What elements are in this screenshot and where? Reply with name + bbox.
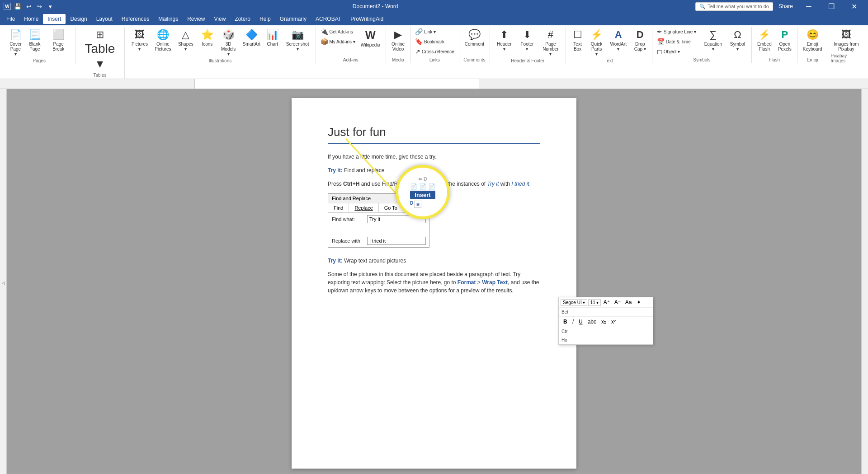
wordart-button[interactable]: A WordArt ▾ [607, 27, 630, 53]
cover-page-button[interactable]: 📄 CoverPage ▾ [6, 27, 25, 58]
menu-design[interactable]: Design [66, 14, 91, 24]
object-button[interactable]: ◻ Object ▾ [655, 47, 698, 56]
icons-label: Icons [202, 42, 212, 47]
fr-tab-find[interactable]: Find [328, 203, 349, 212]
embed-flash-button[interactable]: ⚡ EmbedFlash [755, 27, 774, 53]
table-button[interactable]: ⊞ Table ▾ [78, 27, 122, 73]
menu-mailings[interactable]: Mailings [154, 14, 183, 24]
footer-button[interactable]: ⬇ Footer ▾ [517, 27, 538, 53]
section2-body: Some of the pictures in this document ar… [328, 270, 540, 295]
equation-button[interactable]: ∑ Equation ▾ [701, 27, 726, 53]
online-pictures-button[interactable]: 🌐 OnlinePictures [153, 27, 174, 53]
icons-button[interactable]: ⭐ Icons [198, 27, 216, 48]
bold-button[interactable]: B [561, 318, 569, 325]
strikethrough-button[interactable]: abc [586, 318, 598, 325]
screenshot-label: Screenshot ▾ [285, 42, 310, 52]
menu-file[interactable]: File [2, 14, 19, 24]
comments-group-label: Comments [463, 57, 485, 63]
get-addins-button[interactable]: 🔌 Get Add-ins [319, 27, 357, 36]
3d-models-button[interactable]: 🎲 3DModels ▾ [217, 27, 239, 58]
images-pixabay-button[interactable]: 🖼 Images fromPixabay [831, 27, 862, 53]
wikipedia-button[interactable]: W Wikipedia [358, 27, 383, 49]
symbol-button[interactable]: Ω Symbol ▾ [726, 27, 749, 53]
quick-parts-button[interactable]: ⚡ QuickParts ▾ [588, 27, 606, 58]
cross-reference-icon: ↗ [415, 48, 420, 55]
my-addins-button[interactable]: 📦 My Add-ins ▾ [319, 37, 357, 46]
header-icon: ⬆ [500, 29, 508, 41]
screenshot-button[interactable]: 📷 Screenshot ▾ [283, 27, 313, 53]
font-shrink-button[interactable]: A⁻ [613, 299, 623, 306]
menu-insert[interactable]: Insert [43, 14, 66, 24]
font-dropdown[interactable]: Segoe UI ▾ [561, 299, 587, 306]
menu-zotero[interactable]: Zotero [230, 14, 255, 24]
comment-label: Comment [465, 42, 484, 47]
embed-flash-label: EmbedFlash [757, 42, 772, 52]
chart-icon: 📊 [266, 29, 278, 41]
pixabay-group-label: Pixabay Images [831, 53, 862, 64]
shapes-button[interactable]: △ Shapes ▾ [174, 27, 197, 53]
smartart-button[interactable]: 🔷 SmartArt [241, 27, 263, 48]
chart-button[interactable]: 📊 Chart [264, 27, 282, 48]
font-grow-button[interactable]: A⁺ [602, 299, 612, 306]
wikipedia-label: Wikipedia [361, 42, 380, 47]
open-pexels-button[interactable]: P OpenPexels [775, 27, 794, 53]
images-pixabay-icon: 🖼 [841, 29, 851, 41]
fr-tab-replace[interactable]: Replace [349, 203, 378, 212]
case-button[interactable]: Aa [623, 299, 634, 306]
mt-text2: Ctr [561, 329, 567, 334]
fr-tab-goto[interactable]: Go To [379, 203, 403, 212]
page-number-button[interactable]: # PageNumber ▾ [538, 27, 562, 58]
tell-me-bar[interactable]: 🔍 Tell me what you want to do [695, 2, 773, 11]
blank-page-icon: 📃 [28, 29, 41, 41]
menu-help[interactable]: Help [255, 14, 275, 24]
signature-line-button[interactable]: ✒ Signature Line ▾ [655, 27, 698, 36]
menu-layout[interactable]: Layout [92, 14, 117, 24]
close-button[interactable]: ✕ [844, 0, 864, 13]
document-area[interactable]: Just for fun If you have a little more t… [7, 89, 861, 474]
restore-button[interactable]: ❐ [821, 0, 842, 13]
text-box-button[interactable]: ☐ TextBox [569, 27, 587, 53]
ribbon-group-text: ☐ TextBox ⚡ QuickParts ▾ A WordArt ▾ D D… [566, 27, 652, 64]
font-name: Segoe UI [563, 300, 582, 305]
superscript-button[interactable]: x² [609, 318, 618, 325]
underline-button[interactable]: U [577, 318, 585, 325]
menu-view[interactable]: View [210, 14, 231, 24]
find-replace-tabs: Find Replace Go To [328, 203, 429, 213]
ribbon: 📄 CoverPage ▾ 📃 BlankPage ⬜ Page Break P… [0, 25, 868, 79]
bookmark-button[interactable]: 🔖 Bookmark [413, 37, 456, 46]
menu-home[interactable]: Home [19, 14, 43, 24]
text-group-label: Text [604, 58, 613, 64]
page-break-button[interactable]: ⬜ Page Break [45, 27, 72, 53]
size-dropdown[interactable]: 11 ▾ [588, 299, 601, 306]
menu-review[interactable]: Review [183, 14, 209, 24]
cross-reference-button[interactable]: ↗ Cross-reference [413, 47, 456, 56]
pictures-button[interactable]: 🖼 Pictures ▾ [127, 27, 151, 53]
page-break-label: Page Break [47, 42, 70, 52]
share-button[interactable]: Share [775, 2, 797, 10]
emoji-keyboard-button[interactable]: 😊 EmojiKeyboard [800, 27, 825, 53]
save-button[interactable]: 💾 [13, 1, 23, 11]
svg-rect-0 [195, 79, 479, 89]
redo-button[interactable]: ↪ [34, 1, 44, 11]
minimize-button[interactable]: ─ [798, 0, 819, 13]
customize-qat-button[interactable]: ▾ [45, 1, 55, 11]
comment-button[interactable]: 💬 Comment [462, 27, 487, 48]
blank-page-button[interactable]: 📃 BlankPage [26, 27, 44, 53]
header-button[interactable]: ⬆ Header ▾ [493, 27, 515, 53]
italic-button[interactable]: I [571, 318, 576, 325]
online-video-button[interactable]: ▶ OnlineVideo [389, 27, 407, 53]
undo-button[interactable]: ↩ [24, 1, 33, 11]
menu-acrobat[interactable]: ACROBAT [311, 14, 346, 24]
footer-label: Footer ▾ [519, 42, 535, 52]
drop-cap-button[interactable]: D DropCap ▾ [631, 27, 649, 53]
menu-references[interactable]: References [117, 14, 154, 24]
menu-grammarly[interactable]: Grammarly [275, 14, 311, 24]
menu-prowritingaid[interactable]: ProWritingAid [346, 14, 388, 24]
replace-with-input[interactable] [367, 237, 426, 245]
clear-format-button[interactable]: ✦ [635, 299, 643, 306]
subscript-button[interactable]: x₂ [599, 318, 608, 325]
link-button[interactable]: 🔗 Link ▾ [413, 27, 456, 36]
find-what-input[interactable] [367, 215, 426, 223]
intro-text: If you have a little more time, give the… [328, 153, 540, 161]
date-time-button[interactable]: 📅 Date & Time [655, 37, 698, 46]
